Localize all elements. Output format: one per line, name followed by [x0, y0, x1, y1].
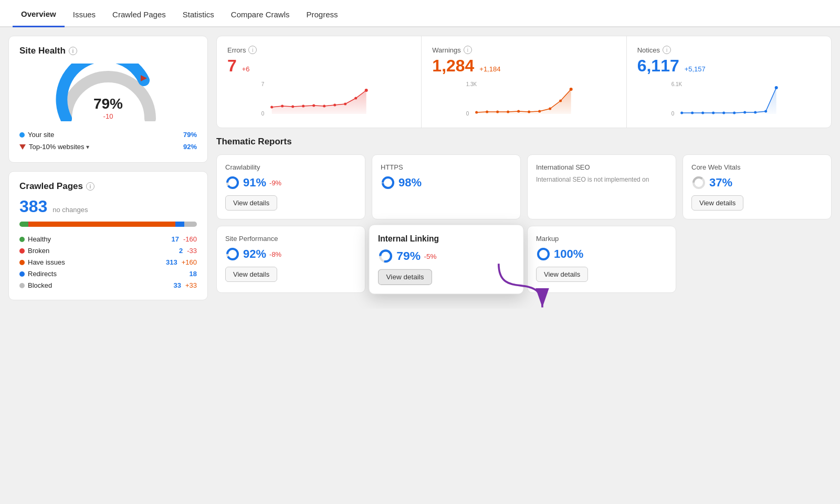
svg-point-9 — [312, 104, 315, 107]
svg-point-52 — [538, 249, 549, 259]
healthy-bar — [19, 222, 28, 227]
markup-donut-icon — [536, 247, 551, 261]
your-site-value: 79% — [183, 131, 197, 139]
svg-point-30 — [774, 86, 778, 89]
crawled-total-row: 383 no changes — [19, 197, 197, 216]
svg-point-39 — [764, 110, 767, 113]
svg-point-11 — [333, 104, 336, 107]
top10-value: 92% — [183, 143, 197, 151]
nav-compare-crawls[interactable]: Compare Crawls — [223, 1, 298, 26]
cwv-donut-icon — [691, 175, 706, 190]
report-markup: Markup 100% View details — [527, 226, 676, 293]
nav-progress[interactable]: Progress — [298, 1, 346, 26]
notices-change: +5,157 — [685, 65, 706, 73]
navigation-bar: Overview Issues Crawled Pages Statistics… — [0, 0, 840, 27]
svg-text:0: 0 — [671, 111, 674, 117]
errors-info-icon[interactable]: i — [248, 46, 257, 54]
main-content: Site Health i 79% -10 — [0, 27, 840, 309]
notices-label: Notices i — [637, 46, 821, 54]
top10-dropdown[interactable]: ▾ — [86, 143, 89, 151]
svg-point-38 — [754, 111, 757, 114]
svg-point-32 — [691, 112, 694, 114]
svg-point-33 — [701, 112, 704, 114]
legend-top10: Top-10% websites ▾ 92% — [19, 141, 197, 153]
svg-point-13 — [354, 97, 357, 100]
gauge-container: 79% -10 — [19, 58, 197, 121]
errors-value-row: 7 +6 — [227, 56, 411, 76]
https-donut-icon — [381, 175, 395, 190]
thematic-reports-section: Thematic Reports Crawlability 91% -9% Vi… — [216, 136, 832, 293]
site-performance-view-details[interactable]: View details — [225, 267, 277, 282]
svg-point-25 — [549, 108, 551, 110]
notices-cell: Notices i 6,117 +5,157 6.1K 0 — [627, 36, 831, 128]
thematic-reports-title: Thematic Reports — [216, 136, 832, 147]
crawlability-donut-icon — [225, 175, 240, 190]
gauge-center: 79% -10 — [93, 96, 123, 120]
nav-statistics[interactable]: Statistics — [174, 1, 223, 26]
warnings-change: +1,184 — [479, 65, 500, 73]
svg-text:6.1K: 6.1K — [671, 81, 682, 87]
https-score: 98% — [381, 175, 512, 190]
svg-point-5 — [270, 106, 273, 109]
legend-your-site: Your site 79% — [19, 129, 197, 141]
svg-point-17 — [570, 88, 573, 91]
top10-label: Top-10% websites — [29, 143, 85, 151]
svg-text:1.3K: 1.3K — [466, 81, 477, 87]
warnings-info-icon[interactable]: i — [464, 46, 472, 54]
svg-point-34 — [712, 112, 715, 114]
svg-point-19 — [486, 111, 488, 113]
nav-crawled-pages[interactable]: Crawled Pages — [104, 1, 174, 26]
nav-issues[interactable]: Issues — [65, 1, 104, 26]
svg-marker-16 — [477, 89, 571, 114]
stat-have-issues: Have issues 313+160 — [19, 257, 197, 267]
svg-point-23 — [528, 111, 530, 113]
crawled-pages-info-icon[interactable]: i — [86, 182, 94, 191]
cwv-view-details[interactable]: View details — [691, 195, 743, 211]
svg-text:0: 0 — [466, 111, 469, 117]
svg-marker-3 — [272, 90, 366, 114]
internal-linking-score: 79% -5% — [378, 248, 514, 264]
svg-text:7: 7 — [261, 81, 265, 87]
redirects-dot — [19, 271, 25, 277]
svg-point-4 — [365, 89, 368, 92]
notices-value: 6,117 — [637, 56, 679, 75]
crawlability-view-details[interactable]: View details — [225, 195, 277, 211]
notices-info-icon[interactable]: i — [663, 46, 671, 54]
svg-text:0: 0 — [261, 111, 265, 117]
crawled-total: 383 — [19, 197, 47, 216]
svg-point-26 — [559, 100, 562, 102]
stat-blocked: Blocked 33+33 — [19, 280, 197, 290]
nav-overview[interactable]: Overview — [13, 0, 65, 27]
site-performance-donut-icon — [225, 247, 240, 261]
redirects-bar — [175, 222, 184, 227]
svg-point-31 — [680, 112, 683, 114]
blocked-bar — [184, 222, 197, 227]
internal-linking-donut-icon — [378, 248, 393, 264]
notices-value-row: 6,117 +5,157 — [637, 56, 821, 76]
warnings-value: 1,284 — [432, 56, 474, 75]
report-https: HTTPS 98% — [372, 154, 521, 219]
crawlability-score: 91% -9% — [225, 175, 356, 190]
svg-point-47 — [227, 249, 238, 259]
warnings-label: Warnings i — [432, 46, 615, 54]
healthy-dot — [19, 237, 25, 242]
right-column: Errors i 7 +6 7 0 — [216, 36, 832, 300]
metrics-row: Errors i 7 +6 7 0 — [216, 36, 832, 128]
svg-point-37 — [743, 111, 746, 114]
svg-point-43 — [383, 177, 393, 188]
report-empty — [682, 226, 832, 293]
site-health-card: Site Health i 79% -10 — [8, 36, 208, 163]
markup-score: 100% — [536, 247, 667, 261]
site-health-info-icon[interactable]: i — [69, 47, 77, 55]
svg-marker-29 — [681, 88, 776, 114]
svg-point-24 — [538, 110, 541, 113]
broken-dot — [19, 248, 25, 254]
issues-bar — [30, 222, 175, 227]
reports-row2: Site Performance 92% -8% View details In… — [216, 226, 832, 293]
crawled-pages-card: Crawled Pages i 383 no changes Healthy 1… — [8, 171, 208, 300]
gauge-percent: 79% — [93, 96, 123, 112]
errors-change: +6 — [242, 65, 250, 73]
internal-linking-view-details[interactable]: View details — [378, 269, 432, 285]
markup-view-details[interactable]: View details — [536, 267, 588, 282]
stat-healthy: Healthy 17-160 — [19, 234, 197, 244]
